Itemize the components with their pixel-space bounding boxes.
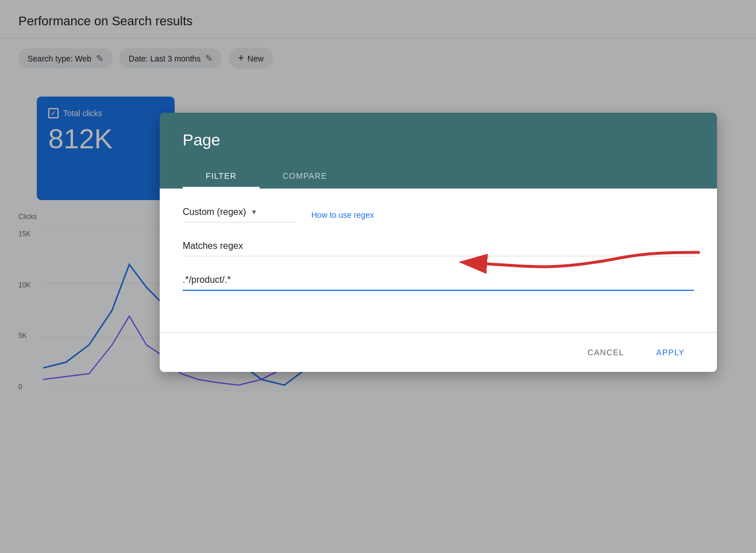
dropdown-select[interactable]: Custom (regex) ▼ (183, 207, 298, 217)
regex-input[interactable] (183, 275, 694, 285)
dropdown-value: Custom (regex) (183, 207, 246, 217)
modal-footer: CANCEL APPLY (160, 332, 717, 372)
condition-row: Matches regex (183, 241, 694, 256)
modal-title: Page (183, 131, 694, 149)
filter-modal: Page FILTER COMPARE Custom (regex) ▼ How… (160, 113, 717, 372)
dropdown-arrow-icon: ▼ (250, 208, 257, 216)
how-to-regex-link[interactable]: How to use regex (311, 210, 374, 220)
regex-input-container[interactable] (183, 275, 694, 291)
filter-type-dropdown[interactable]: Custom (regex) ▼ (183, 207, 298, 222)
cancel-button[interactable]: CANCEL (578, 342, 634, 363)
modal-body: Custom (regex) ▼ How to use regex Matche… (160, 189, 717, 332)
tab-compare[interactable]: COMPARE (260, 163, 350, 189)
condition-label: Matches regex (183, 241, 243, 251)
apply-button[interactable]: APPLY (647, 342, 694, 363)
tab-filter[interactable]: FILTER (183, 163, 260, 189)
dropdown-row: Custom (regex) ▼ How to use regex (183, 207, 694, 222)
modal-tabs: FILTER COMPARE (183, 163, 694, 189)
condition-row-container: Matches regex (183, 241, 694, 256)
modal-header: Page FILTER COMPARE (160, 113, 717, 189)
